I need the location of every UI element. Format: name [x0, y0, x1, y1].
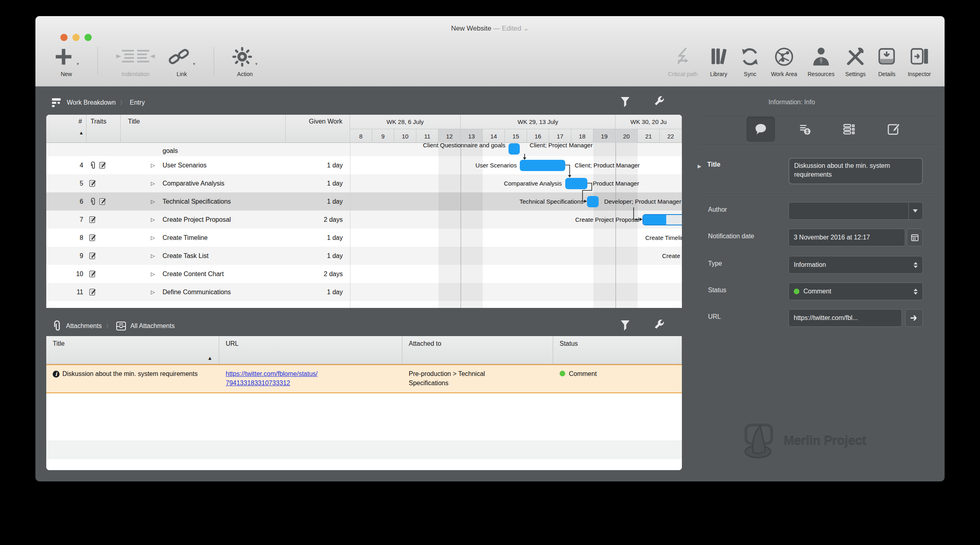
comment-icon — [754, 123, 767, 136]
combo-caret-icon[interactable] — [913, 209, 918, 213]
work-breakdown-icon — [51, 97, 63, 108]
combo-divider — [908, 202, 909, 219]
field-type[interactable]: Information — [789, 256, 923, 274]
breadcrumb-attachments[interactable]: Attachments — [66, 322, 102, 330]
field-label-author: Author — [708, 206, 727, 213]
attachments-column-header-attached-to[interactable]: Attached to — [402, 336, 553, 364]
attachments-column-header-url[interactable]: URL — [219, 336, 402, 364]
task-title-text: Create Content Chart — [163, 270, 224, 278]
attachments-column-header-status[interactable]: Status — [553, 336, 682, 364]
breadcrumb-work-breakdown[interactable]: Work Breakdown — [67, 99, 116, 106]
expand-triangle-icon[interactable]: ▷ — [151, 235, 163, 241]
attachment-title-cell: iDiskussion about the min. system requir… — [46, 365, 219, 392]
attachments-column-header-title[interactable]: Title▲ — [46, 336, 219, 364]
column-header-num[interactable]: #▲ — [46, 115, 86, 143]
dropdown-caret-icon[interactable]: ▼ — [192, 62, 196, 69]
field-status[interactable]: Comment — [789, 283, 923, 300]
task-number — [46, 143, 83, 156]
wbs-settings-wrench-icon[interactable] — [653, 96, 664, 106]
breadcrumb-entry[interactable]: Entry — [130, 99, 145, 106]
work-area-label: Work Area — [771, 71, 797, 77]
note-icon[interactable] — [99, 161, 107, 169]
expand-triangle-icon[interactable]: ▷ — [151, 198, 163, 204]
note-icon[interactable] — [89, 180, 97, 187]
task-traits — [89, 211, 97, 229]
week-header: WK 29, 13 July — [461, 115, 616, 129]
day-header-22: 22 — [660, 129, 682, 143]
wbs-filter-icon[interactable] — [620, 97, 630, 107]
zoom-button[interactable] — [84, 34, 92, 41]
note-icon[interactable] — [89, 252, 97, 260]
column-header-given-work[interactable]: Given Work — [286, 115, 350, 143]
task-title: ▷Create Task List — [151, 247, 208, 265]
note-icon[interactable] — [89, 270, 97, 278]
library-label: Library — [710, 71, 727, 77]
field-value: https://twitter.com/fbl... — [794, 314, 858, 322]
library-button[interactable]: Library — [708, 44, 729, 77]
task-given-work: 1 day — [286, 192, 343, 211]
settings-button[interactable]: Settings — [845, 44, 866, 77]
task-number: 5 — [46, 174, 83, 192]
note-icon[interactable] — [89, 234, 97, 242]
calendar-button[interactable] — [907, 229, 923, 246]
field-url[interactable]: https://twitter.com/fbl... — [789, 309, 902, 327]
field-value: Comment — [803, 288, 831, 295]
details-button[interactable]: Details — [876, 44, 897, 77]
breadcrumb-all-attachments[interactable]: All Attachments — [130, 322, 175, 330]
cost-icon: $ — [799, 123, 811, 136]
expand-triangle-icon[interactable]: ▷ — [151, 180, 163, 186]
day-header-9: 9 — [372, 129, 394, 143]
title-field[interactable]: Diskussion about the min. system require… — [789, 158, 923, 184]
field-author[interactable] — [789, 202, 923, 220]
attachments-settings-wrench-icon[interactable] — [653, 319, 664, 330]
note-icon[interactable] — [89, 288, 97, 296]
inspector-tab-note[interactable] — [879, 117, 908, 142]
task-title-text: Create Project Proposal — [163, 216, 231, 223]
column-header-title[interactable]: Title — [121, 115, 286, 143]
toolbar: ▼NewIndentation▼Link▼Action Critical pat… — [35, 41, 945, 87]
field-notification-date[interactable]: 3 November 2016 at 12:17 — [789, 229, 905, 246]
disclosure-triangle-icon[interactable]: ▶ — [698, 163, 701, 169]
column-header-traits[interactable]: Traits — [86, 115, 121, 143]
new-button[interactable]: ▼New — [53, 44, 80, 77]
popup-arrows-icon[interactable] — [914, 289, 918, 295]
expand-triangle-icon[interactable]: ▷ — [151, 217, 163, 223]
attachment-icon[interactable] — [89, 161, 97, 169]
open-url-button[interactable] — [905, 309, 923, 327]
close-button[interactable] — [60, 34, 68, 41]
note-icon[interactable] — [89, 216, 97, 223]
resources-icon — [811, 44, 832, 69]
inspector-button[interactable]: Inspector — [908, 44, 931, 77]
expand-triangle-icon[interactable]: ▷ — [151, 253, 163, 259]
page-background: { "titlebar": { "title": "New Website", … — [0, 0, 980, 545]
attachment-url-link[interactable]: 794133183310733312 — [226, 378, 397, 388]
dropdown-caret-icon[interactable]: ▼ — [255, 62, 258, 69]
action-button[interactable]: ▼Action — [232, 44, 258, 77]
attachments-filter-icon[interactable] — [620, 320, 630, 330]
attachment-row[interactable]: iDiskussion about the min. system requir… — [46, 364, 682, 393]
task-title: ▷Create Content Chart — [151, 265, 224, 283]
popup-arrows-icon[interactable] — [914, 262, 918, 268]
task-title-text: goals — [163, 147, 178, 155]
minimize-button[interactable] — [72, 34, 80, 41]
dropdown-caret-icon[interactable]: ▼ — [76, 62, 80, 69]
inspector-tab-comment[interactable] — [747, 117, 775, 142]
indentation-label: Indentation — [121, 71, 149, 77]
sync-button[interactable]: Sync — [739, 44, 760, 77]
gantt-left-border — [350, 143, 350, 308]
attachment-icon[interactable] — [89, 198, 97, 206]
inspector-tab-fields[interactable] — [835, 117, 863, 142]
inspector-header: Information: Info — [719, 99, 864, 106]
task-given-work: 2 days — [286, 265, 343, 283]
attachment-url-link[interactable]: https://twitter.com/fblome/status/ — [226, 369, 397, 378]
expand-triangle-icon[interactable]: ▷ — [151, 162, 163, 168]
expand-triangle-icon[interactable]: ▷ — [151, 271, 163, 277]
status-dot-icon — [560, 371, 565, 376]
expand-triangle-icon[interactable]: ▷ — [151, 289, 163, 295]
inspector-tab-cost[interactable]: $ — [791, 117, 819, 142]
resources-button[interactable]: Resources — [807, 44, 834, 77]
toolbar-separator — [214, 47, 214, 75]
link-button[interactable]: ▼Link — [168, 44, 196, 77]
work-area-button[interactable]: Work Area — [771, 44, 797, 77]
note-icon[interactable] — [99, 198, 107, 205]
